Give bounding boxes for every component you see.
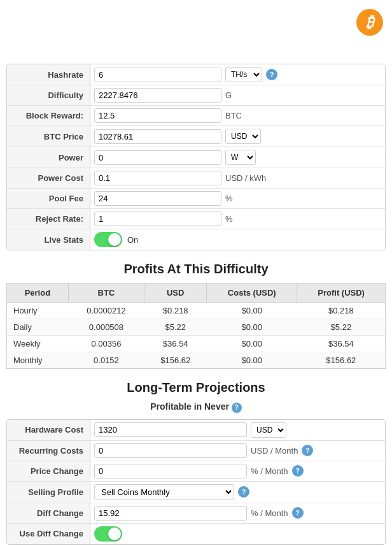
price-change-help-icon[interactable]: ? <box>292 465 304 477</box>
difficulty-input[interactable] <box>94 88 221 103</box>
hashrate-row: Hashrate TH/sGH/sMH/s ? <box>7 64 385 85</box>
btc-price-row: BTC Price USDEUR <box>7 126 385 147</box>
recurring-costs-unit: USD / Month <box>251 446 298 456</box>
cell-period: Daily <box>7 319 69 336</box>
diff-change-help-icon[interactable]: ? <box>292 507 304 519</box>
use-diff-change-row: Use Diff Change <box>7 524 385 544</box>
btc-price-unit-select[interactable]: USDEUR <box>225 129 261 144</box>
power-cost-input-area: USD / kWh <box>90 168 385 188</box>
live-stats-toggle[interactable] <box>94 232 122 247</box>
power-input-area: WkW <box>90 147 385 168</box>
btc-price-input-area: USDEUR <box>90 126 385 147</box>
power-cost-input[interactable] <box>94 171 221 185</box>
reject-rate-label: Reject Rate: <box>7 210 90 227</box>
use-diff-change-input-area <box>90 524 385 544</box>
diff-change-row: Diff Change % / Month ? <box>7 503 385 524</box>
price-change-input-area: % / Month ? <box>90 461 385 481</box>
recurring-costs-row: Recurring Costs USD / Month ? <box>7 441 385 461</box>
reject-rate-input-area: % <box>90 209 385 229</box>
selling-profile-label: Selling Profile <box>7 484 90 501</box>
power-cost-row: Power Cost USD / kWh <box>7 168 385 189</box>
price-change-unit: % / Month <box>251 466 288 476</box>
recurring-costs-help-icon[interactable]: ? <box>302 445 313 456</box>
diff-change-input-area: % / Month ? <box>90 503 385 523</box>
power-cost-label: Power Cost <box>7 169 90 187</box>
cell-profit: $5.22 <box>297 319 386 336</box>
cell-usd: $36.54 <box>144 336 207 352</box>
profits-table: Period BTC USD Costs (USD) Profit (USD) … <box>6 283 386 369</box>
col-btc: BTC <box>68 284 144 303</box>
selling-profile-select[interactable]: Sell Coins Monthly Hold Coins Sell Coins… <box>94 484 234 500</box>
btc-price-label: BTC Price <box>7 128 90 145</box>
col-costs: Costs (USD) <box>207 284 297 303</box>
cell-btc: 0.0000212 <box>68 303 144 319</box>
cell-costs: $0.00 <box>207 319 297 336</box>
block-reward-label: Block Reward: <box>7 107 90 124</box>
longterm-title: Long-Term Projections <box>0 380 392 395</box>
longterm-section: Long-Term Projections Profitable in Neve… <box>0 380 392 545</box>
recurring-costs-input[interactable] <box>94 443 247 458</box>
hardware-cost-unit-select[interactable]: USDEUR <box>251 422 286 438</box>
hardware-cost-label: Hardware Cost <box>7 421 90 438</box>
block-reward-row: Block Reward: BTC <box>7 106 385 126</box>
difficulty-label: Difficulty <box>7 87 90 104</box>
power-unit-select[interactable]: WkW <box>225 150 256 165</box>
cell-usd: $156.62 <box>144 352 207 369</box>
cell-costs: $0.00 <box>207 303 297 319</box>
difficulty-input-area: G <box>90 85 385 105</box>
power-row: Power WkW <box>7 147 385 168</box>
cell-period: Monthly <box>7 352 69 369</box>
difficulty-unit: G <box>225 90 232 100</box>
reject-rate-unit: % <box>225 214 233 224</box>
live-stats-input-area: On <box>90 229 385 250</box>
cell-period: Weekly <box>7 336 69 352</box>
cell-usd: $5.22 <box>144 319 207 336</box>
hashrate-input-area: TH/sGH/sMH/s ? <box>90 64 385 85</box>
profitable-help-icon[interactable]: ? <box>232 403 242 413</box>
block-reward-input[interactable] <box>94 108 221 123</box>
selling-profile-input-area: Sell Coins Monthly Hold Coins Sell Coins… <box>90 482 385 503</box>
selling-profile-help-icon[interactable]: ? <box>238 486 249 498</box>
power-label: Power <box>7 149 90 166</box>
block-reward-unit: BTC <box>225 111 242 120</box>
profitable-label: Profitable in <box>150 401 202 412</box>
pool-fee-row: Pool Fee % <box>7 189 385 209</box>
hashrate-input[interactable] <box>94 68 221 82</box>
use-diff-change-toggle[interactable] <box>94 526 122 542</box>
hardware-cost-input[interactable] <box>94 422 247 437</box>
recurring-costs-input-area: USD / Month ? <box>90 441 385 461</box>
use-diff-change-toggle-container <box>94 526 122 542</box>
selling-profile-row: Selling Profile Sell Coins Monthly Hold … <box>7 482 385 503</box>
table-row: Weekly0.00356$36.54$0.00$36.54 <box>7 336 386 352</box>
power-input[interactable] <box>94 150 221 165</box>
profits-header-row: Period BTC USD Costs (USD) Profit (USD) <box>7 284 386 303</box>
diff-change-input[interactable] <box>94 506 247 521</box>
pool-fee-input[interactable] <box>94 191 221 206</box>
cell-costs: $0.00 <box>207 352 297 369</box>
price-change-row: Price Change % / Month ? <box>7 461 385 482</box>
power-cost-unit: USD / kWh <box>225 173 266 183</box>
col-usd: USD <box>144 284 207 303</box>
calculator-form: Hashrate TH/sGH/sMH/s ? Difficulty G Blo… <box>6 64 386 250</box>
table-row: Hourly0.0000212$0.218$0.00$0.218 <box>7 303 386 319</box>
cell-period: Hourly <box>7 303 69 319</box>
diff-change-unit: % / Month <box>251 508 288 518</box>
block-reward-input-area: BTC <box>90 106 385 126</box>
hardware-cost-row: Hardware Cost USDEUR <box>7 420 385 441</box>
btc-price-input[interactable] <box>94 129 221 144</box>
profitable-value: Never <box>204 401 229 412</box>
hashrate-help-icon[interactable]: ? <box>266 69 277 80</box>
profitable-line: Profitable in Never ? <box>0 401 392 413</box>
live-stats-label: Live Stats <box>7 231 90 248</box>
profits-title: Profits At This Difficulty <box>0 262 392 277</box>
longterm-form: Hardware Cost USDEUR Recurring Costs USD… <box>6 419 386 545</box>
hashrate-unit-select[interactable]: TH/sGH/sMH/s <box>225 67 262 82</box>
cell-profit: $156.62 <box>297 352 386 369</box>
cell-btc: 0.000508 <box>68 319 144 336</box>
cell-usd: $0.218 <box>144 303 207 319</box>
use-diff-change-label: Use Diff Change <box>7 525 90 542</box>
recurring-costs-label: Recurring Costs <box>7 442 90 459</box>
cell-profit: $0.218 <box>297 303 386 319</box>
price-change-input[interactable] <box>94 464 247 478</box>
reject-rate-input[interactable] <box>94 212 221 226</box>
